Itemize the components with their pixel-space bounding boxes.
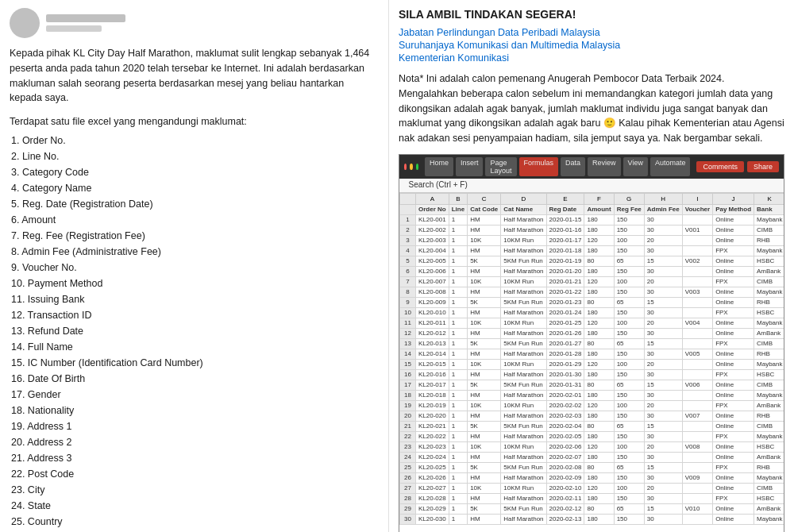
cell[interactable]: 1: [449, 256, 467, 266]
cell[interactable]: 1: [449, 276, 467, 287]
cell[interactable]: HM: [468, 411, 501, 421]
cell[interactable]: 65: [614, 380, 644, 390]
cell[interactable]: FPX: [713, 493, 754, 503]
cell[interactable]: Bank: [754, 204, 784, 214]
cell[interactable]: [682, 483, 712, 493]
cell[interactable]: 2020-02-09: [546, 472, 584, 483]
cell[interactable]: Order No: [416, 204, 449, 214]
cell[interactable]: 2020-01-16: [546, 225, 584, 235]
cell[interactable]: 20: [644, 276, 682, 287]
cell[interactable]: 80: [584, 256, 614, 266]
cell[interactable]: 2020-02-12: [546, 503, 584, 514]
cell[interactable]: KL20-018: [416, 390, 449, 400]
toolbar-tab-pagelayout[interactable]: Page Layout: [485, 157, 516, 176]
cell[interactable]: 5KM Fun Run: [501, 503, 546, 514]
cell[interactable]: 2020-02-01: [546, 390, 584, 400]
cell[interactable]: HM: [468, 514, 501, 524]
cell[interactable]: [682, 359, 712, 369]
cell[interactable]: RHB: [754, 462, 784, 472]
cell[interactable]: 150: [614, 452, 644, 462]
cell[interactable]: Maybank: [754, 472, 784, 483]
cell[interactable]: Half Marathon: [501, 225, 546, 235]
cell[interactable]: HM: [468, 472, 501, 483]
cell[interactable]: 2020-01-20: [546, 266, 584, 276]
cell[interactable]: [682, 328, 712, 338]
cell[interactable]: 10KM Run: [501, 235, 546, 245]
cell[interactable]: 2020-01-18: [546, 245, 584, 256]
cell[interactable]: Half Marathon: [501, 452, 546, 462]
cell[interactable]: CIMB: [754, 225, 784, 235]
cell[interactable]: 5K: [468, 256, 501, 266]
cell[interactable]: HM: [468, 328, 501, 338]
cell[interactable]: HM: [468, 266, 501, 276]
cell[interactable]: [682, 452, 712, 462]
cell[interactable]: 100: [614, 318, 644, 328]
cell[interactable]: KL20-015: [416, 359, 449, 369]
cell[interactable]: Pay Method: [713, 204, 754, 214]
cell[interactable]: 5KM Fun Run: [501, 297, 546, 307]
cell[interactable]: 1: [449, 483, 467, 493]
cell[interactable]: 100: [614, 359, 644, 369]
cell[interactable]: 2020-02-13: [546, 514, 584, 524]
cell[interactable]: 30: [644, 266, 682, 276]
cell[interactable]: HM: [468, 452, 501, 462]
cell[interactable]: KL20-005: [416, 256, 449, 266]
cell[interactable]: KL20-026: [416, 472, 449, 483]
cell[interactable]: Half Marathon: [501, 328, 546, 338]
cell[interactable]: Maybank: [754, 390, 784, 400]
cell[interactable]: 2020-01-19: [546, 256, 584, 266]
cell[interactable]: Cat Code: [468, 204, 501, 214]
cell[interactable]: KL20-019: [416, 400, 449, 411]
cell[interactable]: FPX: [713, 245, 754, 256]
cell[interactable]: KL20-011: [416, 318, 449, 328]
cell[interactable]: Maybank: [754, 287, 784, 297]
cell[interactable]: Online: [713, 421, 754, 431]
cell[interactable]: Online: [713, 328, 754, 338]
cell[interactable]: KL20-006: [416, 266, 449, 276]
cell[interactable]: Online: [713, 514, 754, 524]
cell[interactable]: KL20-021: [416, 421, 449, 431]
cell[interactable]: FPX: [713, 462, 754, 472]
cell[interactable]: 65: [614, 338, 644, 349]
cell[interactable]: Half Marathon: [501, 266, 546, 276]
cell[interactable]: [682, 369, 712, 380]
cell[interactable]: HM: [468, 225, 501, 235]
cell[interactable]: 2020-01-27: [546, 338, 584, 349]
cell[interactable]: 30: [644, 328, 682, 338]
cell[interactable]: 150: [614, 514, 644, 524]
cell[interactable]: Cat Name: [501, 204, 546, 214]
cell[interactable]: Online: [713, 287, 754, 297]
cell[interactable]: 10KM Run: [501, 483, 546, 493]
cell[interactable]: 80: [584, 462, 614, 472]
cell[interactable]: CIMB: [754, 338, 784, 349]
col-a[interactable]: A: [416, 193, 449, 204]
cell[interactable]: V006: [682, 380, 712, 390]
cell[interactable]: 1: [449, 349, 467, 359]
cell[interactable]: HM: [468, 349, 501, 359]
cell[interactable]: Half Marathon: [501, 245, 546, 256]
cell[interactable]: 100: [614, 483, 644, 493]
col-c[interactable]: C: [468, 193, 501, 204]
cell[interactable]: 1: [449, 214, 467, 225]
cell[interactable]: HSBC: [754, 256, 784, 266]
cell[interactable]: Half Marathon: [501, 369, 546, 380]
cell[interactable]: Line: [449, 204, 467, 214]
cell[interactable]: KL20-013: [416, 338, 449, 349]
cell[interactable]: 180: [584, 287, 614, 297]
cell[interactable]: KL20-014: [416, 349, 449, 359]
cell[interactable]: Online: [713, 318, 754, 328]
cell[interactable]: KL20-027: [416, 483, 449, 493]
cell[interactable]: 65: [614, 421, 644, 431]
cell[interactable]: 10K: [468, 235, 501, 245]
cell[interactable]: [682, 493, 712, 503]
cell[interactable]: 180: [584, 472, 614, 483]
cell[interactable]: 150: [614, 266, 644, 276]
external-link[interactable]: Jabatan Perlindungan Data Peribadi Malay…: [399, 27, 784, 38]
toolbar-tab-home[interactable]: Home: [425, 157, 453, 176]
col-i[interactable]: I: [682, 193, 712, 204]
cell[interactable]: 150: [614, 245, 644, 256]
cell[interactable]: [682, 276, 712, 287]
cell[interactable]: HM: [468, 214, 501, 225]
cell[interactable]: V005: [682, 349, 712, 359]
cell[interactable]: 2020-02-08: [546, 462, 584, 472]
